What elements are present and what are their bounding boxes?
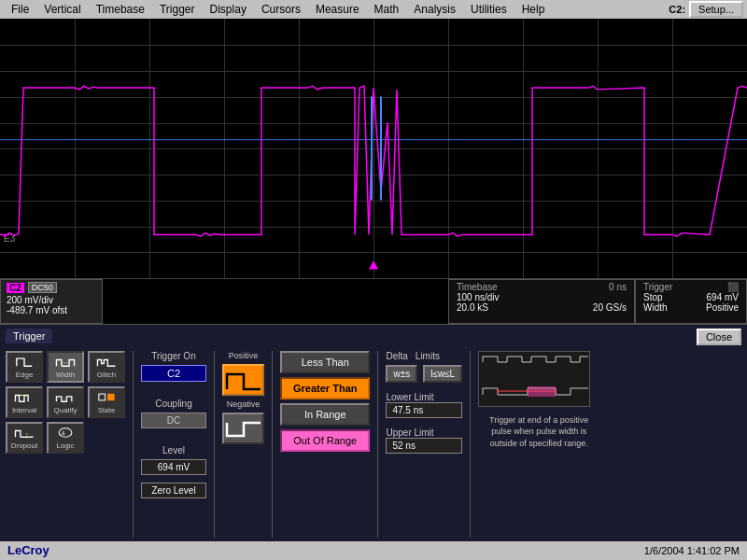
glitch-label: Glitch [97, 371, 116, 379]
setup-button[interactable]: Setup... [689, 1, 743, 18]
in-range-btn[interactable]: In Range [280, 403, 370, 426]
status-bar: C2 DC50 200 mV/div -489.7 mV ofst Timeba… [0, 279, 747, 324]
trigger-panel-header: Trigger [6, 329, 52, 343]
limits-btn[interactable]: l≤w≤L [423, 365, 462, 383]
edge-icon [9, 355, 39, 369]
pos-neg-group: Positive Negative [222, 351, 264, 444]
trigger-info-bar: Trigger ⬛ Stop 694 mV Width Positive [635, 279, 747, 323]
menu-file[interactable]: File [4, 1, 36, 18]
delta-header: Delta [386, 351, 407, 361]
svg-rect-7 [99, 394, 106, 400]
greater-than-btn[interactable]: Greater Than [280, 377, 370, 399]
menubar: File Vertical Timebase Trigger Display C… [0, 0, 747, 19]
bottom-bar: LeCroy 1/6/2004 1:41:02 PM [0, 541, 747, 560]
lower-limit-value[interactable]: 47.5 ns [386, 402, 462, 418]
menubar-right: C2: Setup... [669, 1, 743, 18]
width-icon [50, 355, 80, 369]
level-value[interactable]: 694 mV [141, 459, 206, 475]
menu-measure[interactable]: Measure [308, 1, 367, 18]
out-of-range-btn[interactable]: Out Of Range [280, 429, 370, 452]
positive-btn[interactable] [222, 364, 264, 396]
width-label: Width [56, 371, 75, 379]
divider4 [377, 351, 378, 538]
waveform-display [0, 19, 747, 278]
trigger-on-value[interactable]: C2 [141, 365, 206, 382]
trigger-type-group: Edge Width [6, 351, 125, 454]
ch2-label: C2 [7, 283, 24, 293]
qualify-trigger-btn[interactable]: Qualify [47, 386, 84, 418]
menu-utilities[interactable]: Utilities [463, 1, 514, 18]
edge-trigger-btn[interactable]: Edge [6, 351, 43, 383]
menu-math[interactable]: Math [367, 1, 407, 18]
trigger-header-label: Trigger [643, 282, 672, 292]
svg-marker-3 [369, 261, 378, 270]
delta-btn[interactable]: w±s [386, 365, 417, 383]
menu-cursors[interactable]: Cursors [254, 1, 308, 18]
close-button[interactable]: Close [697, 329, 741, 345]
state-icon [92, 390, 121, 404]
trigger-icon: ⬛ [727, 282, 739, 292]
trigger-width-label: Width [643, 302, 668, 313]
dropout-label: Dropout [11, 441, 37, 450]
negative-pulse-icon [225, 415, 262, 441]
trigger-type-row3: Dropout & Logic [6, 422, 125, 454]
interval-label: Interval [12, 406, 36, 414]
trigger-on-label: Trigger On [151, 351, 195, 361]
positive-pulse-icon [225, 367, 262, 393]
menu-vertical[interactable]: Vertical [36, 1, 88, 18]
glitch-trigger-btn[interactable]: Glitch [88, 351, 125, 383]
width-trigger-btn[interactable]: Width [47, 351, 84, 383]
state-label: State [98, 406, 116, 414]
divider2 [214, 351, 215, 538]
offset: -489.7 mV ofst [7, 305, 96, 315]
svg-rect-16 [528, 386, 556, 397]
menu-help[interactable]: Help [514, 1, 553, 18]
dc-badge: DC50 [28, 282, 57, 293]
level-label: Level [162, 445, 185, 455]
upper-limit-label: Upper Limit [386, 427, 462, 438]
coupling-label: Coupling [155, 399, 191, 409]
dropout-icon [9, 426, 39, 440]
trigger-type-row2: Interval Qualify [6, 386, 125, 418]
logic-trigger-btn[interactable]: & Logic [47, 422, 84, 454]
svg-point-11 [59, 427, 72, 437]
delta-limits-group: Delta Limits w±s l≤w≤L Lower Limit 47.5 … [386, 351, 462, 454]
menu-display[interactable]: Display [203, 1, 254, 18]
upper-limit-value[interactable]: 52 ns [386, 438, 462, 454]
zero-level-btn[interactable]: Zero Level [141, 483, 206, 498]
diagram-section: Trigger at end of a positive pulse when … [478, 351, 741, 450]
divider5 [470, 351, 471, 538]
svg-rect-1 [371, 97, 373, 201]
channel-label: C2: [669, 4, 685, 15]
qualify-icon [50, 390, 80, 404]
dropout-trigger-btn[interactable]: Dropout [6, 422, 43, 454]
logic-label: Logic [56, 441, 74, 450]
main-layout: File Vertical Timebase Trigger Display C… [0, 0, 747, 560]
time-div-value: 100 ns/div [457, 292, 500, 302]
trigger-on-section: Trigger On C2 Coupling DC Level 694 mV Z… [141, 351, 206, 498]
menu-trigger[interactable]: Trigger [152, 1, 203, 18]
menu-timebase[interactable]: Timebase [89, 1, 152, 18]
state-trigger-btn[interactable]: State [88, 386, 125, 418]
less-than-btn[interactable]: Less Than [280, 351, 370, 373]
interval-trigger-btn[interactable]: Interval [6, 386, 43, 418]
trigger-stop-value: 694 mV [707, 292, 739, 302]
lecroy-logo: LeCroy [7, 543, 49, 557]
qualify-label: Qualify [54, 406, 78, 414]
menu-analysis[interactable]: Analysis [406, 1, 463, 18]
neg-label: Negative [227, 399, 261, 409]
negative-btn[interactable] [222, 413, 264, 444]
timebase-value: 0 ns [609, 282, 627, 292]
coupling-value[interactable]: DC [141, 413, 206, 428]
svg-rect-8 [107, 394, 114, 400]
comparison-group: Less Than Greater Than In Range Out Of R… [280, 351, 370, 452]
interval-icon [9, 390, 39, 404]
trigger-row-header: Trigger Close [6, 329, 741, 347]
divider3 [272, 351, 273, 538]
glitch-icon [92, 355, 121, 369]
trigger-width-value: Positive [706, 302, 739, 313]
trigger-stop-label: Stop [643, 292, 663, 302]
edge-label: Edge [16, 371, 34, 379]
limits-header: Limits [416, 351, 440, 361]
diagram-svg [481, 353, 588, 404]
